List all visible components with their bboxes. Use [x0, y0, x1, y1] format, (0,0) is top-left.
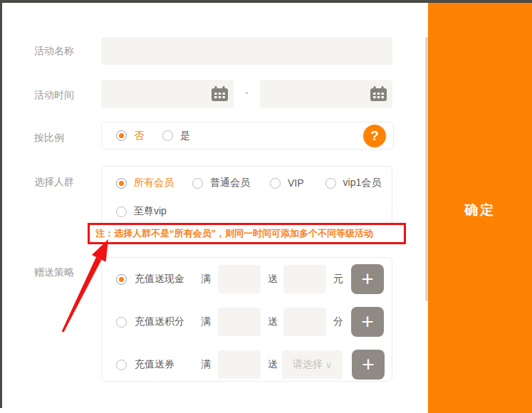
chevron-down-icon: ∨ [325, 360, 333, 370]
unit-word: 元 [333, 273, 343, 286]
crowd-option-label: vip1会员 [343, 177, 382, 189]
end-date-picker[interactable] [260, 80, 392, 108]
strategy-row-cash: 充值送现金 满 送 元 + [102, 265, 384, 293]
calendar-icon [211, 86, 229, 102]
radio-unchecked-icon[interactable] [270, 178, 281, 189]
confirm-button[interactable]: 确定 [428, 201, 532, 219]
activity-name-input[interactable] [101, 37, 392, 65]
plus-icon: + [361, 267, 374, 291]
crowd-group: 所有会员 普通会员 VIP vip1会员 至尊vip [101, 166, 392, 228]
crowd-option-label: VIP [288, 177, 304, 189]
activity-time-label: 活动时间 [34, 89, 74, 102]
radio-checked-icon[interactable] [116, 130, 127, 141]
help-icon[interactable]: ? [363, 125, 386, 147]
crowd-option-normal[interactable]: 普通会员 [192, 177, 250, 189]
crowd-label: 选择人群 [34, 176, 74, 189]
give-word: 送 [268, 273, 278, 286]
start-date-picker[interactable] [101, 80, 234, 108]
unit-word: 分 [333, 315, 343, 328]
add-activity-dialog: 活动名称 活动时间 - 按比例 [0, 0, 532, 413]
crowd-option-label: 至尊vip [134, 205, 167, 218]
radio-checked-icon[interactable] [116, 274, 127, 285]
cash-gift-input[interactable] [283, 265, 326, 293]
radio-unchecked-icon[interactable] [162, 130, 173, 141]
note-text: 注：选择人群不是“所有会员”，则同一时间可添加多个不同等级活动 [90, 227, 373, 240]
cash-threshold-input[interactable] [218, 265, 261, 293]
ratio-option-label: 是 [180, 130, 190, 142]
select-placeholder: 请选择 [293, 358, 323, 371]
ratio-option-label: 否 [134, 130, 144, 142]
give-word: 送 [268, 358, 278, 371]
crowd-option-label: 所有会员 [134, 177, 174, 189]
plus-icon: + [361, 310, 374, 333]
strategy-row-label: 充值送积分 [135, 315, 201, 328]
strategy-row-points: 充值送积分 满 送 分 + [102, 308, 384, 336]
add-coupon-rule-button[interactable]: + [352, 350, 385, 380]
radio-unchecked-icon[interactable] [116, 317, 127, 328]
strategy-label: 赠送策略 [34, 266, 74, 279]
threshold-word: 满 [201, 273, 211, 286]
calendar-icon [370, 86, 387, 102]
strategy-row-label: 充值送现金 [135, 273, 201, 286]
activity-name-label: 活动名称 [34, 45, 74, 58]
crowd-option-vip[interactable]: VIP [270, 177, 304, 189]
points-gift-input[interactable] [283, 308, 326, 336]
radio-unchecked-icon[interactable] [116, 360, 127, 370]
strategy-row-label: 充值送券 [135, 358, 201, 371]
radio-unchecked-icon[interactable] [116, 206, 127, 217]
add-cash-rule-button[interactable]: + [351, 264, 384, 294]
points-threshold-input[interactable] [218, 308, 261, 336]
threshold-word: 满 [201, 358, 211, 371]
radio-unchecked-icon[interactable] [192, 178, 203, 189]
coupon-select[interactable]: 请选择 ∨ [282, 350, 343, 379]
date-range-separator: - [235, 87, 259, 98]
by-ratio-group: 否 是 ? [101, 122, 394, 150]
radio-unchecked-icon[interactable] [325, 178, 336, 189]
frame-left-border [0, 0, 2, 408]
add-points-rule-button[interactable]: + [351, 307, 384, 337]
confirm-panel: 确定 [428, 3, 532, 413]
crowd-option-label: 普通会员 [210, 177, 250, 189]
ratio-option-yes[interactable]: 是 [162, 130, 190, 142]
crowd-option-supreme-vip[interactable]: 至尊vip [116, 205, 167, 218]
by-ratio-label: 按比例 [34, 132, 64, 145]
crowd-option-all[interactable]: 所有会员 [116, 177, 174, 189]
note-highlight-box: 注：选择人群不是“所有会员”，则同一时间可添加多个不同等级活动 [88, 223, 406, 244]
crowd-option-vip1[interactable]: vip1会员 [325, 177, 382, 189]
coupon-threshold-input[interactable] [218, 350, 261, 379]
ratio-option-no[interactable]: 否 [116, 130, 144, 142]
give-word: 送 [268, 315, 278, 328]
strategy-group: 充值送现金 满 送 元 + 充值送积分 满 送 分 + 充值送券 满 送 请选择 [101, 257, 392, 382]
strategy-row-coupon: 充值送券 满 送 请选择 ∨ + [102, 350, 385, 379]
frame-top-border [0, 0, 532, 3]
plus-icon: + [362, 352, 375, 376]
radio-checked-icon[interactable] [116, 178, 127, 189]
threshold-word: 满 [201, 315, 211, 328]
